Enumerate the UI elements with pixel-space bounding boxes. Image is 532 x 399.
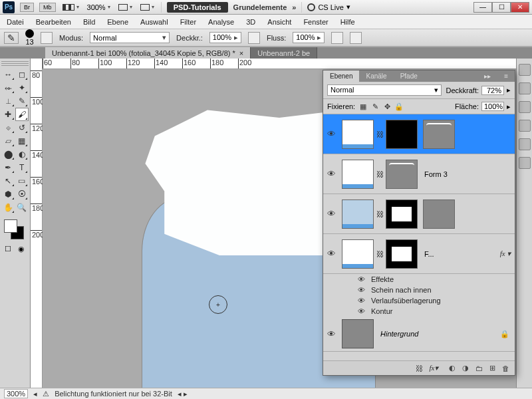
panel-icon-4[interactable] xyxy=(519,120,531,132)
tablet-opacity-toggle[interactable] xyxy=(248,32,260,44)
fx-item[interactable]: 👁Verlaufsüberlagerung xyxy=(323,295,515,306)
lasso-tool[interactable]: ⬰ xyxy=(1,81,15,94)
zoom-field[interactable]: 300% xyxy=(4,389,28,398)
layer-fill-input[interactable]: 100% xyxy=(481,102,504,111)
toolbox-grip[interactable] xyxy=(1,61,29,66)
new-group-icon[interactable]: 🗀 xyxy=(475,364,483,372)
layer-row[interactable]: 👁 ⛓ xyxy=(323,194,515,234)
gradient-tool[interactable]: ▦ xyxy=(15,134,29,148)
menu-window[interactable]: Fenster xyxy=(303,18,328,26)
visibility-icon[interactable]: 👁 xyxy=(323,209,339,219)
status-nav-icon[interactable]: ◂ ▸ xyxy=(178,390,188,398)
airbrush-toggle[interactable] xyxy=(331,32,343,44)
3d-camera-tool[interactable]: ⦿ xyxy=(15,188,29,201)
crop-tool[interactable]: ⟂ xyxy=(1,94,15,108)
hand-tool[interactable]: ✋ xyxy=(1,201,15,214)
panel-icon-6[interactable] xyxy=(519,157,531,169)
fx-icon[interactable]: fx ▾ xyxy=(500,249,515,258)
eyedropper-tool[interactable]: ✎ xyxy=(15,94,29,108)
vector-mask-thumb[interactable] xyxy=(386,160,418,189)
maximize-button[interactable]: ☐ xyxy=(492,2,511,13)
layer-thumb[interactable] xyxy=(342,160,374,189)
move-tool[interactable]: ↔ xyxy=(1,68,15,81)
menu-3d[interactable]: 3D xyxy=(246,18,255,26)
lock-all-icon[interactable]: 🔒 xyxy=(395,102,403,110)
brush-tool[interactable]: 🖌 xyxy=(15,108,29,121)
layer-mask-thumb[interactable] xyxy=(386,239,418,269)
layer-row[interactable]: 👁 ⛓ F... fx ▾ xyxy=(323,234,515,274)
visibility-icon[interactable]: 👁 xyxy=(356,286,366,294)
add-style-icon[interactable]: fx▾ xyxy=(430,364,442,372)
lock-transparent-icon[interactable]: ▦ xyxy=(359,102,367,110)
foreground-color[interactable] xyxy=(4,219,17,233)
menu-select[interactable]: Auswahl xyxy=(140,18,168,26)
layer-name[interactable]: Form 3 xyxy=(420,170,515,178)
eraser-tool[interactable]: ▱ xyxy=(1,134,15,148)
brush-preset-picker[interactable]: 13 xyxy=(25,29,34,46)
fill-slider-icon[interactable]: ▸ xyxy=(507,102,511,111)
lock-pixels-icon[interactable]: ✎ xyxy=(371,102,379,110)
tab-paths[interactable]: Pfade xyxy=(394,70,424,82)
current-tool-icon[interactable]: ✎ xyxy=(4,32,19,44)
cslive-button[interactable]: CS Live ▾ xyxy=(307,3,350,11)
bridge-button[interactable]: Br xyxy=(20,3,34,12)
type-tool[interactable]: T xyxy=(15,161,29,174)
panel-icon-3[interactable] xyxy=(519,101,531,113)
vector-mask-thumb[interactable] xyxy=(423,200,455,229)
status-nav-icon[interactable]: ◂ xyxy=(33,390,37,398)
shape-tool[interactable]: ▭ xyxy=(15,174,29,188)
screen-mode-dropdown[interactable] xyxy=(61,4,80,11)
layer-row[interactable]: 👁 ⛓ Form 3 xyxy=(323,154,515,194)
adjustment-layer-icon[interactable]: ◑ xyxy=(462,364,469,372)
menu-edit[interactable]: Bearbeiten xyxy=(36,18,71,26)
layer-opacity-input[interactable]: 72% xyxy=(481,86,504,95)
blend-mode-select[interactable]: Normal xyxy=(90,32,170,43)
brush-panel-toggle[interactable] xyxy=(41,32,53,44)
menu-filter[interactable]: Filter xyxy=(180,18,196,26)
visibility-icon[interactable]: 👁 xyxy=(356,307,366,315)
visibility-icon[interactable]: 👁 xyxy=(323,329,339,339)
workspace-label[interactable]: Grundelemente xyxy=(233,3,287,11)
heal-tool[interactable]: ✚ xyxy=(1,108,15,121)
layer-name[interactable]: Hintergrund xyxy=(376,330,500,338)
close-icon[interactable]: × xyxy=(239,49,243,57)
close-button[interactable]: ✕ xyxy=(511,2,529,13)
layer-row[interactable]: 👁 ⛓ xyxy=(323,114,515,154)
3d-tool[interactable]: ⬢ xyxy=(1,188,15,201)
tablet-size-toggle[interactable] xyxy=(350,32,362,44)
menu-layer[interactable]: Ebene xyxy=(107,18,128,26)
panel-collapse-icon[interactable]: ▸▸ xyxy=(477,70,497,82)
tab-layers[interactable]: Ebenen xyxy=(323,70,359,82)
color-swatches[interactable] xyxy=(1,218,29,241)
menu-file[interactable]: Datei xyxy=(7,18,24,26)
opacity-input[interactable]: 100% xyxy=(209,32,241,43)
layer-mask-thumb[interactable] xyxy=(386,120,418,149)
dodge-tool[interactable]: ◐ xyxy=(15,148,29,161)
zoom-dropdown[interactable]: 300% xyxy=(86,3,112,11)
layer-name[interactable]: F... xyxy=(420,250,500,258)
tab-channels[interactable]: Kanäle xyxy=(359,70,393,82)
stamp-tool[interactable]: ⟐ xyxy=(1,121,15,134)
panel-icon-5[interactable] xyxy=(519,138,531,150)
layer-thumb[interactable] xyxy=(342,239,374,269)
delete-layer-icon[interactable]: 🗑 xyxy=(502,364,509,372)
menu-view[interactable]: Ansicht xyxy=(267,18,291,26)
layer-mask-thumb[interactable] xyxy=(386,200,418,229)
link-icon[interactable]: ⛓ xyxy=(376,210,383,218)
layer-thumb[interactable] xyxy=(342,319,374,348)
quickmask-toggle[interactable]: ☐◉ xyxy=(1,243,28,254)
marquee-tool[interactable]: ◻ xyxy=(15,68,29,81)
minibridge-button[interactable]: Mb xyxy=(39,3,56,12)
fx-item[interactable]: 👁Kontur xyxy=(323,306,515,317)
wand-tool[interactable]: ✦ xyxy=(15,81,29,94)
new-layer-icon[interactable]: ⊞ xyxy=(489,364,495,372)
panel-icon-2[interactable] xyxy=(519,82,531,94)
zoom-tool[interactable]: 🔍 xyxy=(15,201,29,214)
lock-position-icon[interactable]: ✥ xyxy=(383,102,391,110)
menu-image[interactable]: Bild xyxy=(83,18,95,26)
fx-item[interactable]: 👁Schein nach innen xyxy=(323,285,515,295)
panel-icon-1[interactable] xyxy=(519,64,531,76)
layer-row-background[interactable]: 👁 Hintergrund 🔒 xyxy=(323,317,515,352)
panel-menu-icon[interactable]: ≡ xyxy=(497,70,515,82)
more-workspaces-icon[interactable]: » xyxy=(292,3,296,11)
